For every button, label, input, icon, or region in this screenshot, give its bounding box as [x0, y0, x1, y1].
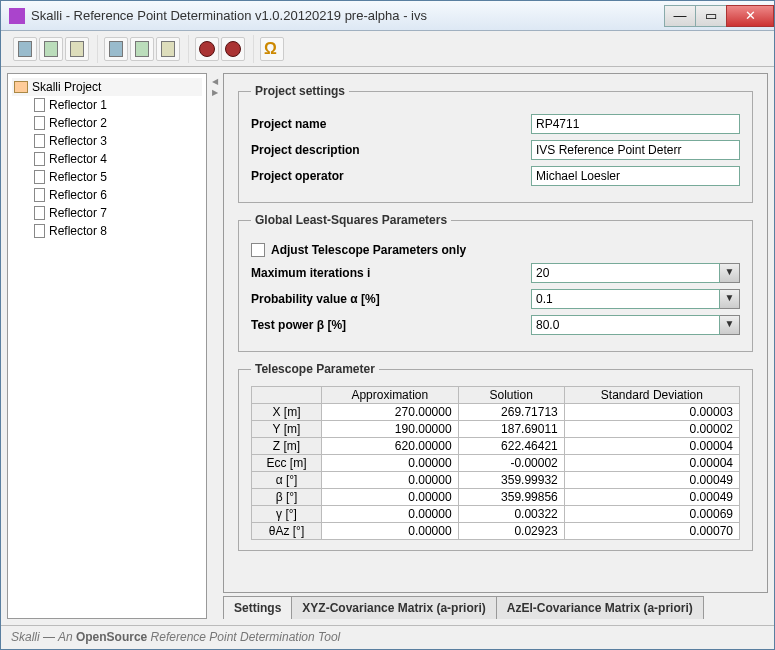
maxit-label: Maximum iterations i — [251, 266, 531, 280]
project-desc-input[interactable] — [531, 140, 740, 160]
tab-azel[interactable]: AzEl-Covariance Matrix (a-priori) — [496, 596, 704, 619]
cell-sol: 359.99856 — [458, 489, 564, 506]
maximize-button[interactable]: ▭ — [695, 5, 727, 27]
tree-item-label: Reflector 4 — [49, 152, 107, 166]
splitter[interactable]: ◀▶ — [211, 73, 219, 619]
tb-btn-7[interactable] — [195, 37, 219, 61]
row-header: Z [m] — [252, 438, 322, 455]
minimize-button[interactable]: — — [664, 5, 696, 27]
tb-btn-6[interactable] — [156, 37, 180, 61]
cell-approx: 620.00000 — [322, 438, 459, 455]
close-button[interactable]: ✕ — [726, 5, 774, 27]
tb-btn-4[interactable] — [104, 37, 128, 61]
titlebar: Skalli - Reference Point Determination v… — [1, 1, 774, 31]
legend-tel: Telescope Parameter — [251, 362, 379, 376]
row-header: Y [m] — [252, 421, 322, 438]
file-icon — [34, 134, 45, 148]
tb-btn-9[interactable]: Ω — [260, 37, 284, 61]
cell-sol: 359.99932 — [458, 472, 564, 489]
tree-item-label: Reflector 5 — [49, 170, 107, 184]
prob-dropdown[interactable]: ▼ — [720, 289, 740, 309]
project-op-input[interactable] — [531, 166, 740, 186]
window-title: Skalli - Reference Point Determination v… — [31, 8, 665, 23]
adjust-checkbox[interactable] — [251, 243, 265, 257]
tb-btn-3[interactable] — [65, 37, 89, 61]
col-approx: Approximation — [322, 387, 459, 404]
tree-item[interactable]: Reflector 5 — [12, 168, 202, 186]
tree-item[interactable]: Reflector 6 — [12, 186, 202, 204]
row-header: α [°] — [252, 472, 322, 489]
toolbar: Ω — [1, 31, 774, 67]
cell-approx: 0.00000 — [322, 455, 459, 472]
tree-root[interactable]: Skalli Project — [12, 78, 202, 96]
status-bar: Skalli — An OpenSource Reference Point D… — [1, 625, 774, 649]
tree-item-label: Reflector 7 — [49, 206, 107, 220]
cell-sol: 0.00322 — [458, 506, 564, 523]
tree-item-label: Reflector 1 — [49, 98, 107, 112]
tb-btn-1[interactable] — [13, 37, 37, 61]
file-icon — [34, 170, 45, 184]
sheet-icon — [70, 41, 84, 57]
legend-project: Project settings — [251, 84, 349, 98]
table-row: γ [°]0.000000.003220.00069 — [252, 506, 740, 523]
cell-std: 0.00069 — [564, 506, 739, 523]
omega-icon: Ω — [264, 41, 280, 57]
project-name-input[interactable] — [531, 114, 740, 134]
cell-std: 0.00004 — [564, 438, 739, 455]
file-icon — [34, 224, 45, 238]
tree-item-label: Reflector 2 — [49, 116, 107, 130]
project-name-label: Project name — [251, 117, 531, 131]
pow-label: Test power β [%] — [251, 318, 531, 332]
row-header: X [m] — [252, 404, 322, 421]
sheet-icon — [18, 41, 32, 57]
file-icon — [34, 152, 45, 166]
tree-item[interactable]: Reflector 8 — [12, 222, 202, 240]
tab-settings[interactable]: Settings — [223, 596, 292, 619]
project-tree[interactable]: Skalli Project Reflector 1Reflector 2Ref… — [7, 73, 207, 619]
tree-item-label: Reflector 3 — [49, 134, 107, 148]
cell-sol: 269.71713 — [458, 404, 564, 421]
pow-dropdown[interactable]: ▼ — [720, 315, 740, 335]
tree-item[interactable]: Reflector 1 — [12, 96, 202, 114]
cell-sol: 187.69011 — [458, 421, 564, 438]
chevron-right-icon: ▶ — [212, 88, 218, 97]
tree-item[interactable]: Reflector 2 — [12, 114, 202, 132]
folder-icon — [14, 81, 28, 93]
settings-panel: Project settings Project name Project de… — [223, 73, 768, 593]
tree-item-label: Reflector 8 — [49, 224, 107, 238]
maxit-input[interactable] — [531, 263, 720, 283]
table-row: X [m]270.00000269.717130.00003 — [252, 404, 740, 421]
table-row: Ecc [m]0.00000-0.000020.00004 — [252, 455, 740, 472]
telescope-table: ApproximationSolutionStandard Deviation … — [251, 386, 740, 540]
table-row: Z [m]620.00000622.464210.00004 — [252, 438, 740, 455]
cell-std: 0.00049 — [564, 472, 739, 489]
pow-input[interactable] — [531, 315, 720, 335]
sheet-icon — [44, 41, 58, 57]
bottom-tabs: Settings XYZ-Covariance Matrix (a-priori… — [223, 593, 768, 619]
tree-item[interactable]: Reflector 4 — [12, 150, 202, 168]
app-window: Skalli - Reference Point Determination v… — [0, 0, 775, 650]
tb-btn-2[interactable] — [39, 37, 63, 61]
file-icon — [34, 206, 45, 220]
project-desc-label: Project description — [251, 143, 531, 157]
prob-label: Probability value α [%] — [251, 292, 531, 306]
chevron-left-icon: ◀ — [212, 77, 218, 86]
tab-xyz[interactable]: XYZ-Covariance Matrix (a-priori) — [291, 596, 496, 619]
tree-item[interactable]: Reflector 3 — [12, 132, 202, 150]
cell-std: 0.00049 — [564, 489, 739, 506]
table-row: β [°]0.00000359.998560.00049 — [252, 489, 740, 506]
maxit-dropdown[interactable]: ▼ — [720, 263, 740, 283]
tree-item[interactable]: Reflector 7 — [12, 204, 202, 222]
cell-std: 0.00070 — [564, 523, 739, 540]
page-icon — [161, 41, 175, 57]
telescope-params: Telescope Parameter ApproximationSolutio… — [238, 362, 753, 551]
target-icon — [225, 41, 241, 57]
tb-btn-5[interactable] — [130, 37, 154, 61]
cell-approx: 270.00000 — [322, 404, 459, 421]
cell-sol: 622.46421 — [458, 438, 564, 455]
cell-approx: 0.00000 — [322, 472, 459, 489]
target-icon — [199, 41, 215, 57]
tb-btn-8[interactable] — [221, 37, 245, 61]
prob-input[interactable] — [531, 289, 720, 309]
cell-sol: -0.00002 — [458, 455, 564, 472]
